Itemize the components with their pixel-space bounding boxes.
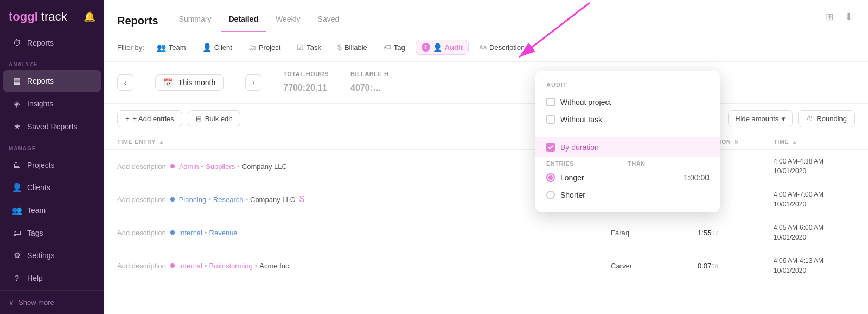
filter-team-label: Team bbox=[169, 43, 186, 52]
table-row: Add description Internal • Revenue Faraq… bbox=[104, 216, 868, 249]
without-task-option[interactable]: Without task bbox=[535, 111, 720, 128]
sidebar-item-label: Reports bbox=[27, 39, 54, 47]
projects-icon: 🗂 bbox=[12, 160, 22, 169]
filter-audit[interactable]: 1 👤 Audit bbox=[416, 40, 469, 55]
sidebar-item-team[interactable]: 👥 Team bbox=[3, 199, 101, 221]
sidebar-item-insights[interactable]: ◈ Insights bbox=[3, 93, 101, 115]
rounding-button[interactable]: ⏱ Rounding bbox=[798, 110, 855, 127]
lock-icon-button[interactable]: ⊞ bbox=[824, 9, 836, 25]
top-header: Reports Summary Detailed Weekly Saved ⊞ … bbox=[104, 0, 868, 33]
total-hours-value: 7700:20.11 bbox=[283, 77, 329, 95]
longer-option[interactable]: Longer 1:00:00 bbox=[535, 169, 720, 186]
tab-summary[interactable]: Summary bbox=[171, 10, 219, 32]
shorter-radio[interactable] bbox=[546, 191, 555, 199]
tab-navigation: Summary Detailed Weekly Saved bbox=[171, 10, 347, 32]
hide-amounts-button[interactable]: Hide amounts ▾ bbox=[728, 110, 793, 127]
filter-billable[interactable]: $ Billable bbox=[331, 40, 373, 55]
tag-brainstorming[interactable]: Brainstorming bbox=[209, 262, 253, 270]
clients-icon: 👤 bbox=[12, 183, 22, 192]
filter-project[interactable]: 🗂 Project bbox=[242, 40, 286, 55]
add-entries-button[interactable]: + + Add entries bbox=[117, 110, 182, 127]
sidebar-item-help[interactable]: ? Help bbox=[3, 267, 101, 288]
team-filter-icon: 👥 bbox=[157, 43, 166, 52]
tag-filter-icon: 🏷 bbox=[384, 43, 391, 52]
sidebar-item-label: Team bbox=[27, 206, 46, 215]
shorter-option[interactable]: Shorter bbox=[535, 186, 720, 204]
sidebar-item-saved-reports[interactable]: ★ Saved Reports bbox=[3, 116, 101, 137]
time-cell: 4:00 AM-4:38 AM 10/01/2020 bbox=[774, 156, 855, 176]
table-row: Add description Internal • Brainstorming… bbox=[104, 249, 868, 282]
sidebar-item-tags[interactable]: 🏷 Tags bbox=[3, 222, 101, 243]
user-cell: Carver bbox=[611, 262, 698, 270]
logo: toggl track bbox=[9, 10, 67, 24]
table-actions-right: Hide amounts ▾ ⏱ Rounding bbox=[728, 110, 855, 127]
without-project-checkbox[interactable] bbox=[546, 98, 555, 106]
add-entries-label: + Add entries bbox=[133, 115, 174, 123]
audit-dropdown-label: AUDIT bbox=[535, 79, 720, 93]
filter-client[interactable]: 👤 Client bbox=[196, 40, 238, 55]
project-dot bbox=[170, 164, 175, 168]
billable-icon: $ bbox=[299, 194, 304, 204]
sidebar-item-label: Insights bbox=[27, 99, 53, 108]
audit-filter-icon: 👤 bbox=[433, 43, 442, 52]
user-cell: Faraq bbox=[611, 229, 698, 237]
filter-team[interactable]: 👥 Team bbox=[151, 40, 192, 55]
tag-planning[interactable]: Planning bbox=[179, 196, 207, 204]
tab-weekly[interactable]: Weekly bbox=[268, 10, 308, 32]
without-task-checkbox[interactable] bbox=[546, 115, 555, 124]
plus-icon: + bbox=[125, 115, 130, 123]
bell-icon[interactable]: 🔔 bbox=[84, 11, 95, 23]
by-duration-checkbox[interactable] bbox=[546, 143, 555, 152]
audit-dropdown: AUDIT Without project Without task By du… bbox=[535, 71, 720, 212]
dropdown-divider bbox=[535, 133, 720, 133]
tab-detailed[interactable]: Detailed bbox=[221, 10, 265, 32]
sidebar-item-projects[interactable]: 🗂 Projects bbox=[3, 154, 101, 175]
without-project-option[interactable]: Without project bbox=[535, 93, 720, 111]
tag-admin[interactable]: Admin bbox=[179, 162, 199, 171]
project-dot bbox=[170, 197, 175, 202]
insights-icon: ◈ bbox=[12, 99, 22, 109]
duration-value[interactable]: 1:00:00 bbox=[684, 173, 709, 182]
billable-hours-value: 4070:… bbox=[350, 77, 388, 95]
sidebar-item-reports[interactable]: ▤ Reports bbox=[3, 70, 101, 92]
entry-description[interactable]: Add description bbox=[117, 162, 166, 171]
tag-internal[interactable]: Internal bbox=[179, 262, 202, 270]
table-row: Add description Admin • Suppliers • Comp… bbox=[104, 150, 868, 183]
date-range-selector[interactable]: 📅 This month bbox=[155, 74, 224, 91]
sidebar-item-timer[interactable]: ⏱ Reports bbox=[3, 32, 101, 53]
sidebar-item-label: Settings bbox=[27, 251, 55, 260]
sidebar-item-clients[interactable]: 👤 Clients bbox=[3, 177, 101, 198]
entry-description[interactable]: Add description bbox=[117, 229, 166, 237]
time-cell: 4:06 AM-4:13 AM 10/01/2020 bbox=[774, 256, 855, 275]
filter-description[interactable]: Aa Description bbox=[473, 40, 531, 55]
download-icon-button[interactable]: ⬇ bbox=[843, 9, 855, 25]
longer-label: Longer bbox=[560, 173, 678, 182]
entry-description[interactable]: Add description bbox=[117, 262, 166, 270]
table-actions-left: + + Add entries ⊞ Bulk edit bbox=[117, 110, 240, 127]
bulk-edit-button[interactable]: ⊞ Bulk edit bbox=[188, 110, 240, 127]
entry-description[interactable]: Add description bbox=[117, 196, 166, 204]
bulk-edit-icon: ⊞ bbox=[196, 115, 202, 123]
tag-internal[interactable]: Internal bbox=[179, 229, 202, 237]
tab-saved[interactable]: Saved bbox=[310, 10, 347, 32]
show-more-button[interactable]: ∨ Show more bbox=[0, 290, 104, 314]
bulk-edit-label: Bulk edit bbox=[205, 115, 232, 123]
sidebar-item-settings[interactable]: ⚙ Settings bbox=[3, 244, 101, 266]
project-dot bbox=[170, 230, 175, 235]
sidebar-item-label: Projects bbox=[27, 161, 55, 169]
sidebar-item-label: Tags bbox=[27, 229, 43, 237]
tag-suppliers[interactable]: Suppliers bbox=[206, 162, 235, 171]
next-period-button[interactable]: › bbox=[245, 74, 261, 91]
show-more-label: Show more bbox=[18, 298, 54, 306]
entries-than-row: ENTRIES THAN bbox=[535, 157, 720, 169]
tag-revenue[interactable]: Revenue bbox=[209, 229, 238, 237]
prev-period-button[interactable]: ‹ bbox=[117, 74, 133, 91]
by-duration-option[interactable]: By duration bbox=[535, 137, 720, 157]
description-filter-icon: Aa bbox=[479, 44, 487, 51]
filter-task[interactable]: ☑ Task bbox=[291, 40, 327, 55]
tag-research[interactable]: Research bbox=[213, 196, 244, 204]
filter-tag[interactable]: 🏷 Tag bbox=[378, 40, 411, 55]
longer-radio[interactable] bbox=[546, 173, 555, 182]
audit-badge: 1 bbox=[422, 43, 430, 52]
client-filter-icon: 👤 bbox=[202, 43, 212, 52]
